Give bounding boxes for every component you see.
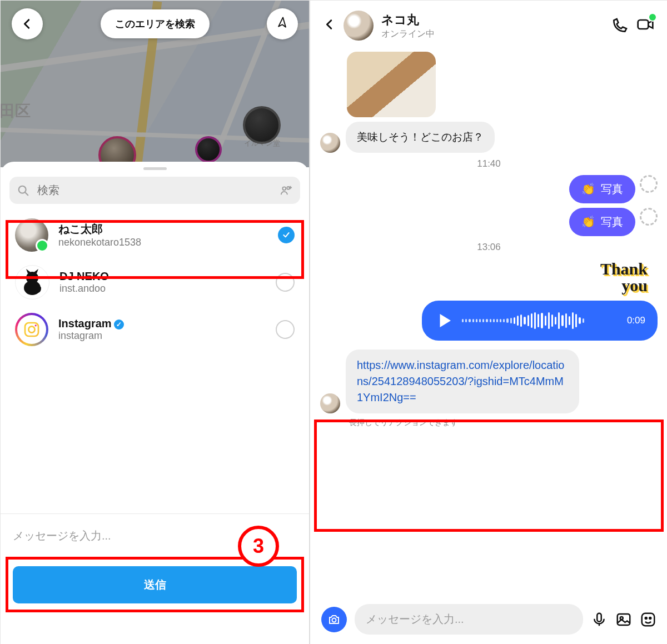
waveform	[462, 311, 619, 330]
photo-upload-chip[interactable]: 👏写真	[569, 208, 635, 236]
svg-point-4	[26, 272, 38, 284]
share-sheet: ねこ太郎 nekonekotaro1538 DJ NEKO inst.andoo	[1, 162, 309, 644]
contact-row[interactable]: Instagram✓ instagram	[5, 306, 305, 353]
contact-username: inst.andoo	[59, 283, 266, 294]
highlight-box	[314, 420, 664, 532]
svg-point-6	[33, 276, 36, 278]
phone-icon[interactable]	[611, 17, 629, 34]
timestamp: 13:06	[320, 242, 658, 253]
sticker-icon[interactable]	[640, 611, 656, 628]
camera-button[interactable]	[321, 607, 347, 632]
voice-duration: 0:09	[627, 315, 645, 326]
image-icon[interactable]	[615, 611, 632, 628]
back-button[interactable]	[12, 8, 43, 39]
svg-rect-15	[642, 613, 655, 626]
drag-handle[interactable]	[143, 167, 167, 170]
search-input[interactable]	[36, 183, 273, 197]
verified-badge-icon: ✓	[114, 319, 124, 330]
contact-name: ねこ太郎	[58, 222, 268, 237]
svg-point-11	[332, 618, 336, 622]
step-badge: 3	[238, 526, 279, 567]
contact-username: instagram	[58, 330, 266, 342]
svg-point-9	[35, 325, 37, 326]
contact-username: nekonekotaro1538	[58, 237, 268, 248]
photo-upload-chip[interactable]: 👏写真	[569, 175, 635, 203]
timestamp: 11:40	[320, 158, 658, 169]
avatar	[320, 393, 340, 413]
contact-name: DJ NEKO	[59, 270, 266, 283]
select-radio[interactable]	[278, 227, 295, 243]
image-message[interactable]	[347, 52, 436, 117]
send-button[interactable]: 送信	[13, 566, 297, 603]
play-icon[interactable]	[434, 311, 454, 331]
video-call-button[interactable]	[636, 16, 654, 36]
svg-point-17	[649, 617, 651, 619]
contact-row[interactable]: DJ NEKO inst.andoo	[5, 258, 305, 306]
svg-rect-7	[25, 323, 38, 336]
sticker-message[interactable]: Thankyou	[590, 258, 658, 296]
contact-row[interactable]: ねこ太郎 nekonekotaro1538	[5, 212, 305, 258]
map-background: 代田区 イルマン堂 このエリアを検索	[1, 1, 309, 167]
select-radio[interactable]	[276, 273, 295, 292]
mic-icon[interactable]	[591, 611, 608, 628]
chat-title: ネコ丸	[381, 12, 603, 28]
svg-point-16	[645, 617, 647, 619]
share-sheet-panel: 代田区 イルマン堂 このエリアを検索	[1, 1, 310, 644]
svg-rect-13	[618, 614, 630, 625]
loading-spinner-icon	[640, 175, 658, 193]
message-input[interactable]: メッセージを入力...	[355, 604, 583, 635]
back-button[interactable]	[323, 18, 336, 33]
chat-header: ネコ丸 オンライン中	[310, 1, 667, 47]
online-dot-icon	[36, 239, 49, 252]
search-field[interactable]	[9, 177, 300, 204]
online-status: オンライン中	[381, 28, 603, 40]
search-area-button[interactable]: このエリアを検索	[101, 9, 210, 38]
svg-rect-12	[597, 613, 601, 621]
svg-point-1	[282, 187, 286, 190]
select-radio[interactable]	[276, 320, 295, 339]
contact-name: Instagram✓	[58, 317, 266, 330]
add-group-icon[interactable]	[280, 184, 292, 197]
avatar[interactable]	[344, 11, 374, 41]
svg-rect-10	[638, 20, 649, 29]
text-message[interactable]: 美味しそう！どこのお店？	[346, 122, 495, 153]
search-icon	[17, 184, 29, 197]
online-dot-icon	[648, 13, 657, 22]
avatar	[320, 133, 340, 153]
svg-point-8	[28, 326, 34, 332]
reaction-hint: 長押しでリアクションできます	[349, 418, 658, 428]
link-message[interactable]: https://www.instagram.com/explore/locati…	[346, 350, 579, 413]
avatar	[15, 218, 48, 252]
voice-message[interactable]: 0:09	[422, 301, 658, 341]
svg-point-5	[29, 276, 31, 278]
avatar	[15, 265, 49, 299]
loading-spinner-icon	[640, 208, 658, 226]
avatar	[15, 313, 48, 346]
compose-bar: メッセージを入力...	[310, 596, 667, 644]
locate-me-button[interactable]	[267, 8, 298, 39]
chat-panel: ネコ丸 オンライン中 美味しそう！どこのお店？ 11:40 👏写真 👏写真 13…	[310, 1, 667, 644]
